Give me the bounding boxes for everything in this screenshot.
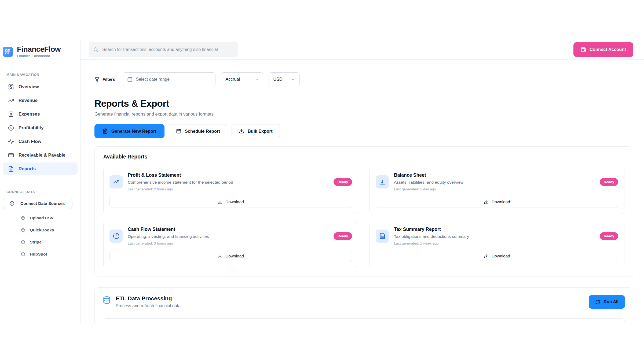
top-bar: Connect Account [80, 40, 644, 60]
report-icon-box [109, 175, 123, 189]
sidebar-item-label: Reports [19, 166, 36, 172]
sidebar-item-receivable-payable[interactable]: Receivable & Payable [3, 149, 78, 161]
sidebar-item-label: Cash Flow [19, 139, 41, 144]
search-box [89, 42, 238, 57]
file-text-icon [8, 166, 14, 172]
download-label: Download [225, 254, 244, 258]
report-card-cash-flow: Cash Flow Statement Operating, investing… [103, 221, 358, 268]
sidebar-item-expenses[interactable]: Expenses [3, 108, 78, 120]
download-icon [239, 128, 244, 134]
source-item-label: HubSpot [30, 252, 47, 257]
source-item-upload-csv[interactable]: Upload CSV [11, 212, 78, 224]
currency-select[interactable]: USD [269, 72, 300, 86]
page-title: Reports & Export [94, 98, 633, 109]
refresh-icon [595, 300, 600, 305]
source-item-quickbooks[interactable]: QuickBooks [11, 224, 78, 236]
activity-icon [8, 139, 14, 145]
pie-chart-icon [113, 233, 119, 239]
download-button[interactable]: Download [376, 196, 618, 208]
download-button[interactable]: Download [376, 250, 618, 262]
connect-data-sources-button[interactable]: Connect Data Sources [3, 198, 72, 209]
generate-new-report-button[interactable]: Generate New Report [94, 124, 164, 138]
connect-account-label: Connect Account [590, 47, 626, 52]
date-range-picker[interactable] [123, 72, 215, 86]
connect-data-section-label: CONNECT DATA [6, 190, 78, 194]
receipt-icon [8, 111, 14, 117]
filters-label-group: Filters [94, 77, 115, 82]
database-icon [103, 296, 111, 304]
accounting-basis-select[interactable]: Accrual [221, 72, 263, 86]
schedule-report-button[interactable]: Schedule Report [169, 124, 227, 138]
run-all-label: Run All [604, 300, 619, 304]
wallet-icon [581, 47, 586, 52]
package-icon [21, 240, 25, 244]
sidebar-item-reports[interactable]: Reports [3, 162, 78, 175]
app-frame: FinanceFlow Financial Dashboard MAIN NAV… [0, 40, 644, 323]
package-icon [9, 201, 14, 206]
sidebar-item-label: Profitability [19, 125, 44, 131]
sidebar-item-cash-flow[interactable]: Cash Flow [3, 135, 78, 148]
status-badge: Ready [600, 232, 618, 240]
currency-value: USD [273, 77, 283, 82]
available-reports-panel: Available Reports Profit & Loss Statemen… [94, 146, 633, 276]
report-last-generated: Last generated: 2 hours ago [128, 187, 328, 191]
report-title: Profit & Loss Statement [128, 172, 328, 178]
schedule-report-label: Schedule Report [185, 129, 220, 134]
package-icon [21, 216, 25, 220]
status-badge: Ready [334, 232, 352, 240]
bulk-export-button[interactable]: Bulk Export [232, 124, 280, 138]
download-icon [484, 254, 489, 258]
sidebar-item-label: Overview [19, 84, 39, 90]
page-subtitle: Generate financial reports and export da… [94, 112, 633, 117]
source-item-label: Stripe [30, 240, 42, 245]
date-range-input[interactable] [136, 77, 211, 82]
report-title: Cash Flow Statement [128, 227, 328, 232]
source-item-label: QuickBooks [30, 228, 54, 232]
sidebar-item-label: Receivable & Payable [19, 153, 65, 158]
dollar-circle-icon [8, 125, 14, 131]
dashboard-icon [8, 84, 14, 90]
download-label: Download [492, 200, 510, 204]
source-item-hubspot[interactable]: HubSpot [11, 248, 78, 260]
connect-account-button[interactable]: Connect Account [573, 42, 633, 57]
source-item-stripe[interactable]: Stripe [11, 236, 78, 248]
calendar-icon [127, 77, 133, 82]
report-card-balance-sheet: Balance Sheet Assets, liabilities, and e… [369, 167, 624, 214]
filters-label: Filters [103, 77, 115, 82]
chevron-down-icon [291, 77, 295, 82]
brand-tagline: Financial Dashboard [17, 54, 61, 58]
search-icon [93, 47, 98, 52]
sidebar-item-revenue[interactable]: Revenue [3, 94, 78, 107]
connect-data-sources-label: Connect Data Sources [20, 201, 65, 206]
download-icon [218, 254, 222, 258]
download-button[interactable]: Download [109, 250, 352, 262]
package-icon [21, 228, 25, 232]
run-all-button[interactable]: Run All [589, 295, 625, 309]
report-icon-box [376, 230, 389, 243]
download-icon [218, 200, 222, 204]
status-badge: Ready [334, 178, 352, 186]
file-text-icon [103, 128, 108, 134]
report-last-generated: Last generated: 3 hours ago [128, 241, 328, 245]
brand-name: FinanceFlow [17, 45, 61, 54]
report-icon-box [109, 230, 123, 243]
filters-row: Filters Accrual USD [94, 72, 633, 86]
sidebar: FinanceFlow Financial Dashboard MAIN NAV… [0, 40, 80, 323]
report-description: Tax obligations and deductions summary [394, 234, 595, 239]
sidebar-item-label: Expenses [19, 112, 40, 117]
download-button[interactable]: Download [109, 196, 352, 208]
report-card-tax-summary: Tax Summary Report Tax obligations and d… [369, 221, 624, 268]
search-input[interactable] [102, 47, 236, 52]
etl-jobs-container [103, 318, 625, 323]
download-icon [484, 200, 489, 204]
sidebar-item-overview[interactable]: Overview [3, 80, 78, 93]
source-item-label: Upload CSV [30, 216, 54, 220]
etl-panel: ETL Data Processing Process and refresh … [94, 287, 633, 323]
sidebar-item-profitability[interactable]: Profitability [3, 121, 78, 134]
data-source-list: Upload CSV QuickBooks Stripe HubSpot [11, 212, 78, 260]
brand-logo-icon [3, 47, 13, 57]
report-description: Operating, investing, and financing acti… [128, 234, 328, 239]
chevron-down-icon [254, 77, 259, 82]
report-description: Comprehensive income statement for the s… [128, 180, 328, 185]
generate-new-report-label: Generate New Report [111, 129, 156, 134]
